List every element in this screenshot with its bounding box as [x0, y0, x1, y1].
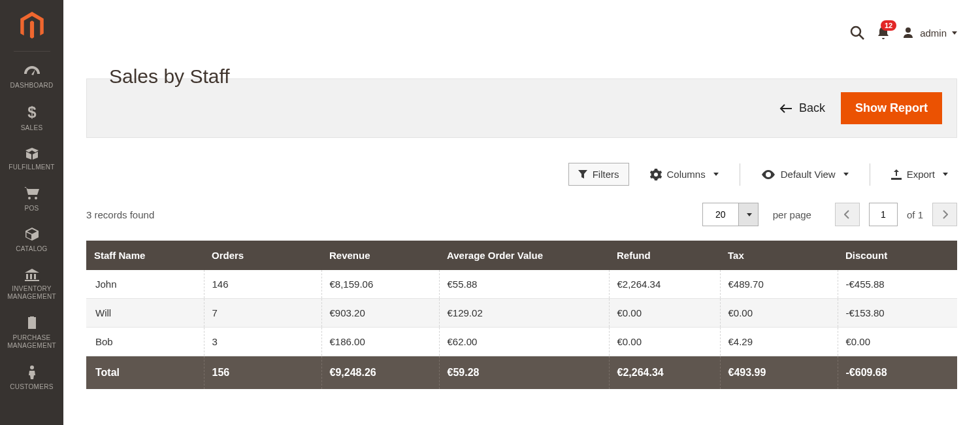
export-label: Export — [907, 169, 935, 180]
box-open-icon — [24, 146, 40, 160]
per-page-label: per page — [773, 209, 811, 220]
page-size-caret[interactable] — [739, 203, 759, 226]
cell: 7 — [204, 299, 321, 328]
main-content: Sales by Staff 12 admin Back — [63, 0, 980, 425]
cell: €62.00 — [439, 328, 609, 356]
table-row[interactable]: John 146 €8,159.06 €55.88 €2,264.34 €489… — [86, 270, 957, 299]
show-report-button[interactable]: Show Report — [841, 92, 942, 124]
cell: €489.70 — [720, 270, 838, 299]
table-header-row: Staff Name Orders Revenue Average Order … — [86, 241, 957, 270]
cell: €0.00 — [838, 328, 957, 356]
sidebar-item-pos[interactable]: POS — [0, 180, 63, 221]
person-icon — [27, 365, 37, 379]
cell: €0.00 — [720, 299, 838, 328]
user-icon — [902, 26, 915, 39]
search-button[interactable] — [849, 25, 865, 41]
page-number-input[interactable] — [869, 203, 898, 226]
table-row[interactable]: Bob 3 €186.00 €62.00 €0.00 €4.29 €0.00 — [86, 328, 957, 356]
next-page-button[interactable] — [932, 203, 957, 226]
default-view-button[interactable]: Default View — [752, 163, 858, 185]
cell: John — [86, 270, 204, 299]
default-view-label: Default View — [781, 169, 836, 180]
footer-cell: €59.28 — [439, 356, 609, 390]
svg-point-1 — [851, 27, 860, 36]
sidebar-item-label: CUSTOMERS — [10, 383, 53, 392]
page-size-select[interactable] — [702, 203, 759, 226]
sidebar-item-label: FULFILLMENT — [8, 163, 55, 172]
search-icon — [849, 25, 865, 41]
cell: €903.20 — [321, 299, 439, 328]
svg-line-2 — [859, 35, 864, 39]
sidebar-item-label: CATALOG — [16, 245, 47, 254]
magento-logo[interactable] — [19, 12, 45, 41]
sidebar-item-label: SALES — [21, 124, 43, 133]
cell: €186.00 — [321, 328, 439, 356]
dashboard-icon — [24, 65, 41, 78]
sidebar-item-purchase[interactable]: PURCHASE MANAGEMENT — [0, 309, 63, 358]
col-header[interactable]: Average Order Value — [439, 241, 609, 270]
separator — [740, 163, 740, 186]
sidebar-item-customers[interactable]: CUSTOMERS — [0, 358, 63, 400]
caret-down-icon — [713, 173, 719, 176]
sidebar-item-sales[interactable]: $ SALES — [0, 98, 63, 141]
package-icon — [25, 227, 39, 241]
page-of-label: of 1 — [907, 209, 923, 220]
filters-label: Filters — [593, 169, 619, 180]
funnel-icon — [578, 170, 587, 179]
filters-button[interactable]: Filters — [568, 163, 629, 186]
sidebar-item-catalog[interactable]: CATALOG — [0, 220, 63, 262]
cell: €8,159.06 — [321, 270, 439, 299]
eye-icon — [761, 170, 776, 179]
page-size-input[interactable] — [702, 203, 739, 226]
cell: €0.00 — [609, 328, 720, 356]
svg-text:$: $ — [27, 105, 37, 120]
arrow-left-icon — [779, 103, 792, 114]
caret-down-icon — [952, 31, 957, 35]
sidebar-item-label: PURCHASE MANAGEMENT — [0, 334, 63, 350]
back-label: Back — [799, 101, 825, 115]
sidebar-item-inventory[interactable]: INVENTORY MANAGEMENT — [0, 262, 63, 309]
footer-cell: 156 — [204, 356, 321, 390]
footer-cell: €9,248.26 — [321, 356, 439, 390]
gear-icon — [650, 169, 662, 180]
cell: Bob — [86, 328, 204, 356]
notifications-button[interactable]: 12 — [877, 26, 890, 40]
col-header[interactable]: Refund — [609, 241, 720, 270]
sidebar-item-dashboard[interactable]: DASHBOARD — [0, 58, 63, 98]
prev-page-button[interactable] — [835, 203, 860, 226]
user-label: admin — [920, 27, 947, 39]
export-icon — [891, 169, 902, 180]
col-header[interactable]: Discount — [838, 241, 957, 270]
cell: €55.88 — [439, 270, 609, 299]
dollar-icon: $ — [27, 105, 37, 120]
notification-badge: 12 — [881, 20, 896, 31]
back-button[interactable]: Back — [779, 101, 825, 115]
columns-button[interactable]: Columns — [641, 163, 728, 186]
cell: €129.02 — [439, 299, 609, 328]
table-row[interactable]: Will 7 €903.20 €129.02 €0.00 €0.00 -€153… — [86, 299, 957, 328]
sidebar-item-label: DASHBOARD — [10, 82, 53, 90]
bank-icon — [24, 268, 40, 281]
columns-label: Columns — [667, 169, 706, 180]
col-header[interactable]: Tax — [720, 241, 838, 270]
sidebar-item-label: POS — [24, 205, 39, 213]
sidebar: DASHBOARD $ SALES FULFILLMENT POS CATALO… — [0, 0, 63, 425]
chevron-right-icon — [942, 210, 948, 219]
cell: -€153.80 — [838, 299, 957, 328]
caret-down-icon — [943, 173, 948, 176]
cell: €4.29 — [720, 328, 838, 356]
caret-down-icon — [747, 213, 752, 216]
col-header[interactable]: Staff Name — [86, 241, 204, 270]
footer-cell: -€609.68 — [838, 356, 957, 390]
chevron-left-icon — [844, 210, 850, 219]
export-button[interactable]: Export — [882, 163, 957, 185]
footer-cell: Total — [86, 356, 204, 390]
sidebar-item-fulfillment[interactable]: FULFILLMENT — [0, 140, 63, 180]
records-found: 3 records found — [86, 209, 154, 220]
cart-icon — [24, 186, 41, 201]
user-menu[interactable]: admin — [902, 26, 957, 39]
cell: €0.00 — [609, 299, 720, 328]
col-header[interactable]: Orders — [204, 241, 321, 270]
col-header[interactable]: Revenue — [321, 241, 439, 270]
cell: Will — [86, 299, 204, 328]
